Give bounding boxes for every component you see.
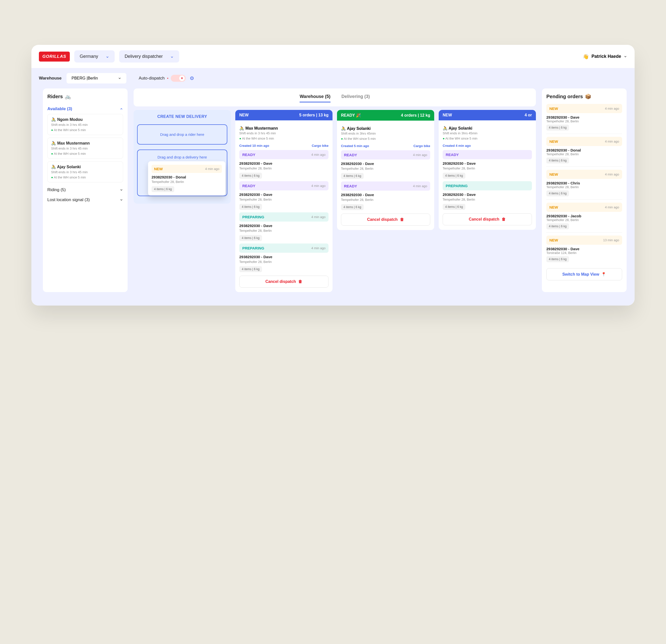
rider-card[interactable]: 🚴 Ajay Solanki Shift ends in 3 hrs 45 mi… xyxy=(47,161,123,182)
column-header: NEW 4 or xyxy=(439,110,536,120)
gear-icon[interactable]: ⚙ xyxy=(190,75,194,81)
rider-shift: Shift ends in 3 hrs 45 min xyxy=(51,170,119,174)
dispatch-meta: Created 4 min ago xyxy=(443,144,532,147)
order-status: NEW xyxy=(549,139,558,143)
pending-order-card[interactable]: NEW 4 min ago 2938292030 - Donal Tempelh… xyxy=(546,137,622,167)
order-address: Tempelhofer 28, Berlin xyxy=(239,260,329,264)
switch-map-view-button[interactable]: Switch to Map View 📍 xyxy=(546,268,622,280)
assigned-rider: 🚴 Ajay Solanki Shift ends in 3hrs 45min … xyxy=(443,126,532,140)
rider-name: 🚴 Ajay Solanki xyxy=(341,126,430,131)
create-delivery-column: CREATE NEW DELIVERY Drag and drop a ride… xyxy=(134,110,231,204)
column-meta: 4 or xyxy=(525,113,532,117)
order-time: 4 min ago xyxy=(311,215,326,219)
drop-rider-zone[interactable]: Drag and drop a rider here xyxy=(137,124,227,144)
available-section-toggle[interactable]: Available (3) xyxy=(47,104,123,114)
map-view-label: Switch to Map View xyxy=(562,272,599,277)
wave-icon: 👋 xyxy=(583,54,589,59)
riders-panel: Riders 🚲 Available (3) 🚴 Ngom Modou Shif… xyxy=(43,88,128,292)
order-items-pill: 4 items | 6 kg xyxy=(239,266,262,272)
warehouse-label: Warehouse xyxy=(39,76,62,81)
column-status: NEW xyxy=(443,113,452,117)
order-items-pill: 4 items | 6 kg xyxy=(546,256,569,262)
column-header: NEW 5 orders | 13 kg xyxy=(235,110,333,120)
view-dropdown[interactable]: Delivery dispatcher xyxy=(119,50,179,63)
order-items-pill: 4 items | 6 kg xyxy=(443,204,466,210)
pending-order-card[interactable]: NEW 4 min ago 2938292030 - Jacob Tempelh… xyxy=(546,203,622,232)
rider-name: 🚴 Max Mustermann xyxy=(239,126,329,130)
order-status: READY xyxy=(344,153,357,157)
rider-shift: Shift ends in 3 hrs 45 min xyxy=(239,131,329,135)
order-card[interactable]: READY 4 min ago 2938292030 - Dave Tempel… xyxy=(239,150,329,179)
pending-order-card[interactable]: NEW 4 min ago 2938292030 - Chris Tempelh… xyxy=(546,170,622,199)
order-address: Tempelhofer 28, Berlin xyxy=(443,167,532,170)
rider-status: ● At the WH since 5 min xyxy=(51,128,119,132)
trash-icon: 🗑 xyxy=(502,217,506,222)
pending-order-card[interactable]: NEW 4 min ago 2938292030 - Dave Tempelho… xyxy=(546,104,622,134)
drop-delivery-zone[interactable]: Drag and drop a delivery here NEW 4 min … xyxy=(137,150,227,196)
vehicle-type: Cargo bike xyxy=(414,144,430,148)
dispatch-column: NEW 5 orders | 13 kg 🚴 Max Mustermann Sh… xyxy=(235,110,333,292)
order-status: READY xyxy=(344,184,357,188)
cancel-label: Cancel dispatch xyxy=(367,217,398,222)
order-items-pill: 4 items | 6 kg xyxy=(546,223,569,229)
order-time: 4 min ago xyxy=(605,107,619,110)
order-items-pill: 4 items | 6 kg xyxy=(341,204,364,210)
cancel-dispatch-button[interactable]: Cancel dispatch 🗑 xyxy=(341,213,430,226)
dragging-order-card[interactable]: NEW 4 min ago 2938292030 - Donal Tempelh… xyxy=(148,161,225,196)
tab-delivering[interactable]: Delivering (3) xyxy=(341,92,370,102)
order-card[interactable]: PREPARING 4 min ago 2938292030 - Dave Te… xyxy=(239,243,329,272)
pending-order-card[interactable]: NEW 13 min ago 2938292030 - Dave Torstra… xyxy=(546,236,622,265)
riding-section-toggle[interactable]: Riding (5) xyxy=(47,185,123,195)
bicycle-icon: 🚲 xyxy=(65,93,71,100)
order-address: Tempelhofer 28, Berlin xyxy=(546,152,622,156)
order-status: NEW xyxy=(549,106,558,111)
warehouse-select[interactable]: PBERG |Berlin xyxy=(67,73,126,84)
order-card[interactable]: READY 4 min ago 2938292030 - Dave Tempel… xyxy=(341,181,430,210)
rider-status: ● At the WH since 5 min xyxy=(51,152,119,156)
order-status: NEW xyxy=(549,238,558,242)
chevron-up-icon xyxy=(120,107,123,111)
rider-card[interactable]: 🚴 Ngom Modou Shift ends in 3 hrs 45 min … xyxy=(47,114,123,135)
rider-name: 🚴 Ngom Modou xyxy=(51,117,119,122)
order-status: PREPARING xyxy=(446,184,468,188)
order-card[interactable]: READY 4 min ago 2938292030 - Dave Tempel… xyxy=(239,181,329,210)
order-title: 2938292030 - Chris xyxy=(546,181,622,185)
order-time: 4 min ago xyxy=(605,205,619,209)
logo: GORILLAS xyxy=(39,52,70,62)
order-status: NEW xyxy=(549,172,558,176)
rider-name: 🚴 Ajay Solanki xyxy=(443,126,532,130)
cancel-dispatch-button[interactable]: Cancel dispatch 🗑 xyxy=(239,276,329,288)
column-meta: 4 orders | 12 kg xyxy=(401,113,430,118)
order-status: READY xyxy=(446,153,459,157)
order-card[interactable]: PREPARING 2938292030 - Dave Tempelhofer … xyxy=(443,181,532,210)
rider-status: ● At the WH since 5 min xyxy=(51,175,119,179)
tab-warehouse[interactable]: Warehouse (5) xyxy=(300,92,330,102)
rider-shift: Shift ends in 3 hrs 45 min xyxy=(51,123,119,127)
rider-card[interactable]: 🚴 Max Mustermann Shift ends in 3 hrs 45 … xyxy=(47,138,123,159)
topbar: GORILLAS Germany Delivery dispatcher 👋 P… xyxy=(31,45,635,68)
order-items-pill: 4 items | 6 kg xyxy=(443,173,466,179)
cancel-label: Cancel dispatch xyxy=(469,217,500,222)
pending-panel: Pending orders 📦 NEW 4 min ago 293829203… xyxy=(542,88,627,292)
user-menu[interactable]: 👋 Patrick Haede xyxy=(583,54,627,59)
chevron-down-icon xyxy=(624,55,627,58)
package-icon: 📦 xyxy=(585,93,591,100)
order-card[interactable]: READY 2938292030 - Dave Tempelhofer 28, … xyxy=(443,150,532,179)
order-time: 4 min ago xyxy=(311,184,326,188)
order-card[interactable]: PREPARING 4 min ago 2938292030 - Dave Te… xyxy=(239,212,329,241)
order-items-pill: 4 items | 6 kg xyxy=(152,186,174,192)
order-title: 2938292030 - Donal xyxy=(152,175,222,179)
order-title: 2938292030 - Dave xyxy=(546,247,622,251)
dispatch-columns: CREATE NEW DELIVERY Drag and drop a ride… xyxy=(134,110,536,292)
auto-dispatch-toggle[interactable] xyxy=(171,75,186,82)
riding-label: Riding (5) xyxy=(47,187,66,192)
order-time: 4 min ago xyxy=(205,167,220,171)
country-dropdown[interactable]: Germany xyxy=(74,50,115,63)
cancel-dispatch-button[interactable]: Cancel dispatch 🗑 xyxy=(443,213,532,225)
auto-dispatch-label: Auto-dispatch xyxy=(139,76,165,81)
create-title: CREATE NEW DELIVERY xyxy=(137,115,227,119)
order-time: 4 min ago xyxy=(605,140,619,143)
order-card[interactable]: READY 4 min ago 2938292030 - Dave Tempel… xyxy=(341,150,430,179)
lost-section-toggle[interactable]: Lost location signal (3) xyxy=(47,195,123,205)
riders-title: Riders 🚲 xyxy=(47,93,123,100)
